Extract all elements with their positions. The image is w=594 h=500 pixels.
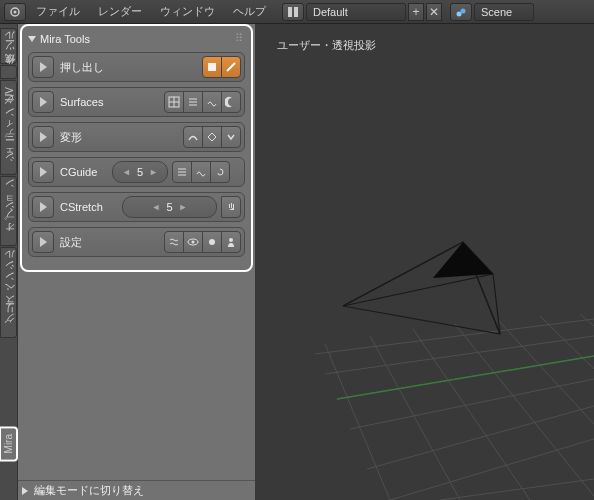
surfaces-moon-button[interactable] [221, 91, 241, 113]
svg-line-21 [325, 336, 594, 374]
row-cguide: CGuide ◄5► [28, 157, 245, 187]
row-extrude: 押し出し [28, 52, 245, 82]
svg-line-31 [498, 320, 594, 424]
surfaces-grid-button[interactable] [164, 91, 184, 113]
layout-remove-button[interactable]: ✕ [426, 3, 442, 21]
tab-shading-uv[interactable]: シェーディングUV [0, 80, 17, 175]
scene-browse-icon[interactable] [450, 3, 472, 21]
row-deform: 変形 [28, 122, 245, 152]
play-icon [40, 62, 47, 72]
extrude-label: 押し出し [58, 60, 198, 75]
row-surfaces: Surfaces [28, 87, 245, 117]
svg-line-23 [350, 379, 594, 429]
layout-selector[interactable]: Default [306, 3, 406, 21]
decrease-icon[interactable]: ◄ [122, 167, 131, 177]
collapse-icon [22, 487, 28, 495]
play-icon [40, 97, 47, 107]
cguide-lines-button[interactable] [172, 161, 192, 183]
svg-line-26 [440, 479, 594, 500]
layout-add-button[interactable]: + [408, 3, 424, 21]
mira-panel-header[interactable]: Mira Tools ⠿ [24, 30, 249, 47]
cguide-label: CGuide [58, 166, 108, 178]
svg-point-1 [14, 10, 17, 13]
surfaces-lines-button[interactable] [183, 91, 203, 113]
svg-line-20 [315, 319, 594, 354]
mira-tools-panel: Mira Tools ⠿ 押し出し Surfaces [22, 26, 251, 270]
svg-line-29 [413, 329, 530, 500]
play-icon [40, 167, 47, 177]
menu-file[interactable]: ファイル [28, 4, 88, 19]
surfaces-label: Surfaces [58, 96, 160, 108]
svg-rect-6 [208, 63, 216, 71]
tab-create[interactable]: 作成 [0, 65, 17, 79]
deform-diamond-button[interactable] [202, 126, 222, 148]
tab-mira[interactable]: Mira [0, 427, 17, 460]
play-icon [40, 132, 47, 142]
decrease-icon[interactable]: ◄ [152, 202, 161, 212]
svg-point-18 [209, 239, 215, 245]
surfaces-wave-button[interactable] [202, 91, 222, 113]
svg-line-34 [337, 356, 594, 399]
editor-type-icon[interactable] [4, 3, 26, 21]
svg-point-19 [229, 238, 233, 242]
tab-tools[interactable]: ツール [0, 28, 17, 64]
cstretch-label: CStretch [58, 201, 118, 213]
grip-icon[interactable]: ⠿ [235, 32, 245, 45]
extrude-mode1-button[interactable] [202, 56, 222, 78]
layout-browse-icon[interactable] [282, 3, 304, 21]
bottom-panel: 編集モードに切り替え [18, 480, 255, 500]
svg-line-25 [390, 439, 594, 500]
menu-help[interactable]: ヘルプ [225, 4, 274, 19]
row-cstretch: CStretch ◄5► [28, 192, 245, 222]
cstretch-value[interactable]: ◄5► [122, 196, 217, 218]
edit-mode-label: 編集モードに切り替え [34, 483, 144, 498]
svg-line-24 [367, 406, 594, 469]
cguide-value[interactable]: ◄5► [112, 161, 168, 183]
svg-rect-3 [294, 7, 298, 17]
settings-dot-button[interactable] [202, 231, 222, 253]
top-menu-bar: ファイル レンダー ウィンドウ ヘルプ Default + ✕ Scene [0, 0, 594, 24]
menu-window[interactable]: ウィンドウ [152, 4, 223, 19]
edit-mode-header[interactable]: 編集モードに切り替え [18, 481, 255, 500]
deform-label: 変形 [58, 130, 179, 145]
expand-button[interactable] [32, 91, 54, 113]
tool-tabs: ツール 作成 シェーディングUV オプション グリースペンシル Mira [0, 24, 18, 500]
svg-line-28 [370, 336, 460, 500]
row-settings: 設定 [28, 227, 245, 257]
svg-line-27 [325, 344, 390, 500]
3d-viewport[interactable]: ユーザー・透視投影 [255, 24, 594, 500]
expand-button[interactable] [32, 126, 54, 148]
expand-button[interactable] [32, 56, 54, 78]
play-icon [40, 237, 47, 247]
scene-selector[interactable]: Scene [474, 3, 534, 21]
svg-line-30 [455, 324, 594, 496]
extrude-mode2-button[interactable] [221, 56, 241, 78]
deform-arc-button[interactable] [183, 126, 203, 148]
settings-label: 設定 [58, 235, 160, 250]
tab-grease-pencil[interactable]: グリースペンシル [0, 247, 17, 338]
expand-button[interactable] [32, 196, 54, 218]
collapse-icon [28, 36, 36, 42]
increase-icon[interactable]: ► [179, 202, 188, 212]
cguide-wave-button[interactable] [191, 161, 211, 183]
menu-render[interactable]: レンダー [90, 4, 150, 19]
svg-rect-2 [288, 7, 292, 17]
deform-down-button[interactable] [221, 126, 241, 148]
expand-button[interactable] [32, 231, 54, 253]
settings-eye-button[interactable] [183, 231, 203, 253]
settings-person-button[interactable] [221, 231, 241, 253]
tab-options[interactable]: オプション [0, 176, 17, 246]
expand-button[interactable] [32, 161, 54, 183]
cstretch-hand-button[interactable] [221, 196, 241, 218]
panel-title: Mira Tools [40, 33, 90, 45]
increase-icon[interactable]: ► [149, 167, 158, 177]
cguide-spiral-button[interactable] [210, 161, 230, 183]
svg-point-17 [192, 241, 195, 244]
settings-waves-button[interactable] [164, 231, 184, 253]
play-icon [40, 202, 47, 212]
svg-point-5 [461, 8, 466, 13]
svg-point-4 [457, 11, 462, 16]
tool-panel: Mira Tools ⠿ 押し出し Surfaces [18, 24, 255, 500]
